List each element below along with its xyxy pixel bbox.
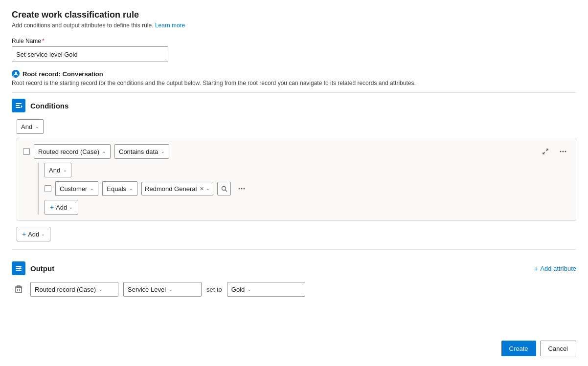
output-delete-btn[interactable] xyxy=(12,282,25,296)
outer-operator-arrow: ⌄ xyxy=(161,149,165,154)
outer-condition-checkbox[interactable] xyxy=(23,148,30,155)
output-title: Output xyxy=(30,264,54,273)
inner-field-dropdown[interactable]: Customer ⌄ xyxy=(55,181,98,196)
conditions-icon xyxy=(12,99,25,112)
svg-marker-4 xyxy=(21,105,23,108)
outer-condition-actions xyxy=(539,145,570,158)
outer-field-dropdown[interactable]: Routed record (Case) ⌄ xyxy=(34,144,111,159)
add-attribute-plus: + xyxy=(534,264,539,273)
outer-condition-box: Routed record (Case) ⌄ Contains data ⌄ xyxy=(17,138,576,221)
set-to-label: set to xyxy=(206,286,222,293)
page-title: Create work classification rule xyxy=(12,10,576,20)
outer-add-btn[interactable]: + Add ⌄ xyxy=(17,227,50,241)
root-record-label: Root record: Conversation xyxy=(23,70,103,78)
and-group-header: And ⌄ xyxy=(17,119,576,134)
add-attribute-btn[interactable]: + Add attribute xyxy=(534,264,576,273)
svg-point-13 xyxy=(241,188,243,190)
svg-rect-15 xyxy=(16,266,22,267)
svg-rect-19 xyxy=(16,287,22,293)
inner-add-arrow: ⌄ xyxy=(69,205,73,210)
divider-2 xyxy=(12,249,576,250)
output-attribute-dropdown[interactable]: Service Level ⌄ xyxy=(123,282,202,297)
and-dropdown-arrow: ⌄ xyxy=(35,124,39,129)
svg-point-8 xyxy=(563,151,564,152)
rule-name-label: Rule Name* xyxy=(12,38,576,44)
outer-add-plus: + xyxy=(22,230,26,238)
output-value-arrow: ⌄ xyxy=(248,287,251,292)
output-attribute-arrow: ⌄ xyxy=(169,287,173,292)
remove-value-btn[interactable]: ✕ xyxy=(200,186,204,192)
learn-more-link[interactable]: Learn more xyxy=(155,22,185,29)
page-subtitle: Add conditions and output attributes to … xyxy=(12,22,576,29)
svg-point-9 xyxy=(565,151,566,152)
output-value-dropdown[interactable]: Gold ⌄ xyxy=(227,282,305,297)
inner-value-tag: Redmond General ✕ ⌄ xyxy=(141,182,213,195)
root-record-icon xyxy=(12,70,20,78)
output-header-left: Output xyxy=(12,261,54,275)
inner-more-options-btn[interactable] xyxy=(235,182,249,195)
svg-rect-2 xyxy=(16,105,20,106)
inner-condition-checkbox[interactable] xyxy=(45,185,51,192)
conditions-area: And ⌄ Routed record (Case) ⌄ Contains da… xyxy=(17,119,576,241)
output-row: Routed record (Case) ⌄ Service Level ⌄ s… xyxy=(12,282,576,297)
inner-field-arrow: ⌄ xyxy=(90,186,94,191)
sub-condition-area: And ⌄ Customer ⌄ Equals ⌄ Redmond xyxy=(38,163,570,215)
outer-field-arrow: ⌄ xyxy=(102,149,106,154)
cancel-button[interactable]: Cancel xyxy=(540,341,576,356)
inner-operator-arrow: ⌄ xyxy=(129,186,133,191)
search-value-btn[interactable] xyxy=(217,182,231,195)
inner-operator-dropdown[interactable]: Equals ⌄ xyxy=(102,181,137,196)
more-options-btn[interactable] xyxy=(556,145,570,158)
collapse-icon-btn[interactable] xyxy=(539,145,552,158)
create-button[interactable]: Create xyxy=(501,341,536,356)
svg-rect-1 xyxy=(16,103,22,104)
output-record-dropdown[interactable]: Routed record (Case) ⌄ xyxy=(30,282,118,297)
inner-and-arrow: ⌄ xyxy=(63,168,67,172)
sub-and-header: And ⌄ xyxy=(45,163,570,177)
svg-point-7 xyxy=(560,151,562,152)
inner-add-btn[interactable]: + Add ⌄ xyxy=(45,200,78,215)
svg-point-12 xyxy=(239,188,240,190)
inner-and-dropdown[interactable]: And ⌄ xyxy=(45,163,71,177)
svg-marker-18 xyxy=(20,267,22,270)
rule-name-input[interactable] xyxy=(12,46,168,62)
footer-buttons: Create Cancel xyxy=(501,341,577,356)
conditions-section-header: Conditions xyxy=(12,99,576,112)
svg-point-0 xyxy=(15,71,17,73)
outer-add-arrow: ⌄ xyxy=(41,232,45,237)
svg-rect-3 xyxy=(16,107,21,108)
svg-line-11 xyxy=(225,190,227,192)
output-header: Output + Add attribute xyxy=(12,261,576,275)
root-record-description: Root record is the starting record for t… xyxy=(12,80,576,86)
outer-condition-row: Routed record (Case) ⌄ Contains data ⌄ xyxy=(23,144,570,159)
svg-rect-17 xyxy=(16,270,22,271)
svg-point-14 xyxy=(244,188,245,190)
output-section: Output + Add attribute Routed record (Ca… xyxy=(12,261,576,297)
output-record-arrow: ⌄ xyxy=(99,287,103,292)
output-icon xyxy=(12,261,25,275)
value-tag-arrow: ⌄ xyxy=(206,186,210,191)
inner-condition-row: Customer ⌄ Equals ⌄ Redmond General ✕ ⌄ xyxy=(45,181,570,196)
conditions-title: Conditions xyxy=(30,102,68,110)
inner-add-plus: + xyxy=(50,203,54,211)
outer-operator-dropdown[interactable]: Contains data ⌄ xyxy=(114,144,169,159)
and-dropdown[interactable]: And ⌄ xyxy=(17,119,44,134)
svg-point-10 xyxy=(222,186,226,190)
divider-1 xyxy=(12,92,576,93)
